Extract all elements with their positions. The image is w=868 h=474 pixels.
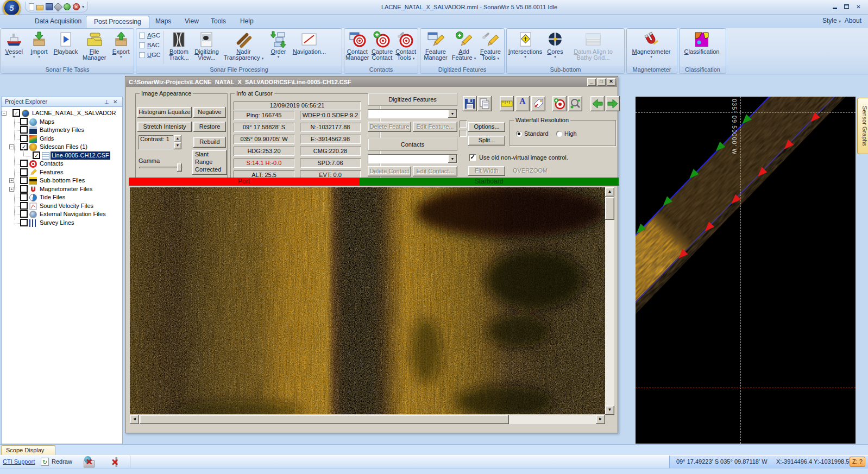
- collapse-icon[interactable]: −: [2, 111, 7, 116]
- options-button[interactable]: Options...: [468, 122, 505, 132]
- tree-checkbox[interactable]: [20, 160, 28, 167]
- contacts-combo[interactable]: ▼: [368, 154, 457, 163]
- ribbon-button-feature-manager[interactable]: Feature Manager: [421, 30, 450, 65]
- tree-checkbox[interactable]: [20, 135, 28, 142]
- standard-radio[interactable]: [516, 131, 522, 137]
- annotate-button[interactable]: A: [515, 96, 530, 111]
- fit-width-button[interactable]: Fit Width: [468, 166, 505, 176]
- ribbon-button-file-manager[interactable]: File Manager: [80, 30, 109, 65]
- waterfall-hscrollbar[interactable]: ◄ ►: [130, 415, 605, 424]
- waterfall-vscrollbar[interactable]: ▲ ▼: [605, 187, 614, 415]
- delete-contact-button[interactable]: Delete Contact: [368, 166, 411, 176]
- tree-item-survey-lines[interactable]: Survey Lines: [2, 219, 122, 227]
- tree-checkbox[interactable]: [20, 219, 28, 226]
- doc-close-button[interactable]: ✕: [607, 78, 615, 86]
- feature-mini-box-1[interactable]: [460, 121, 467, 128]
- copy-button[interactable]: [477, 96, 492, 111]
- feature-mini-box-2[interactable]: [460, 130, 467, 137]
- rebuild-button[interactable]: Rebuild: [193, 137, 226, 148]
- ribbon-button-export[interactable]: Export▾: [109, 30, 133, 65]
- ribbon-button-contact-tools[interactable]: Contact Tools ▾: [394, 30, 417, 65]
- scroll-up-button[interactable]: ▲: [605, 187, 614, 197]
- sonar-file-window[interactable]: C:\SonarWiz-Projects\LACNE_NATAL_X_SALVA…: [125, 76, 618, 433]
- scroll-down-button[interactable]: ▼: [605, 406, 614, 415]
- panel-close-icon[interactable]: ✕: [113, 99, 119, 105]
- pin-icon[interactable]: ⊥: [104, 99, 110, 105]
- contrast-down-button[interactable]: ▼: [174, 142, 181, 149]
- sensor-graphs-tab[interactable]: Sensor Graphs: [857, 98, 868, 154]
- tree-item-contacts[interactable]: Contacts: [2, 160, 122, 168]
- histogram-equalize-button[interactable]: Histogram Equalize: [137, 107, 192, 118]
- measure-button[interactable]: [500, 96, 514, 111]
- stretch-intensity-button[interactable]: Stretch Intenisty: [137, 122, 192, 132]
- tree-checkbox[interactable]: [20, 185, 28, 193]
- tree-item-line-csf[interactable]: Line-0005-CH12.CSF: [2, 151, 122, 160]
- contrast-field[interactable]: Contrast: 1: [139, 135, 173, 149]
- ribbon-button-order[interactable]: Order▾: [266, 30, 290, 65]
- ribbon-button-contact-manager[interactable]: Contact Manager: [345, 30, 370, 65]
- minimize-button[interactable]: [831, 3, 839, 10]
- ribbon-button-navigation[interactable]: Navigation...: [290, 30, 328, 65]
- z-button[interactable]: Z: ?: [850, 457, 865, 467]
- restore-button[interactable]: Restore: [193, 122, 226, 132]
- tree-checkbox[interactable]: [20, 202, 28, 210]
- digitized-features-combo[interactable]: ▼: [368, 109, 457, 118]
- save-image-button[interactable]: [463, 96, 477, 111]
- ugc-checkbox[interactable]: UGC: [139, 52, 160, 58]
- contrast-up-button[interactable]: ▲: [174, 135, 181, 142]
- next-file-button[interactable]: [606, 96, 620, 111]
- tag-button[interactable]: [531, 96, 545, 111]
- tree-item-tide[interactable]: Tide Files: [2, 193, 122, 202]
- slant-range-button[interactable]: Slant Range Corrected: [192, 150, 227, 175]
- expand-icon[interactable]: +: [9, 178, 14, 183]
- edit-contact-button[interactable]: Edit Contact...: [413, 166, 457, 176]
- tab-view[interactable]: View: [177, 16, 206, 28]
- tree-checkbox[interactable]: [20, 126, 28, 134]
- scroll-right-button[interactable]: ►: [596, 415, 605, 424]
- tree-item-grids[interactable]: Grids: [2, 135, 122, 143]
- agc-checkbox[interactable]: AGC: [139, 32, 160, 39]
- ribbon-button-import[interactable]: Import▾: [27, 30, 52, 65]
- tree-item-sub-bottom[interactable]: + Sub-bottom Files: [2, 176, 122, 185]
- ribbon-button-vessel[interactable]: Vessel▾: [2, 30, 27, 65]
- tree-checkbox[interactable]: [20, 118, 28, 125]
- tab-maps[interactable]: Maps: [148, 16, 179, 28]
- gamma-slider-thumb[interactable]: [177, 163, 182, 172]
- vscroll-thumb[interactable]: [605, 197, 614, 220]
- capture-target-button[interactable]: [552, 96, 567, 111]
- ribbon-button-feature-tools[interactable]: Feature Tools ▾: [477, 30, 504, 65]
- tree-checkbox[interactable]: [12, 109, 20, 117]
- tab-post-processing[interactable]: Post Processing: [86, 16, 149, 28]
- close-button[interactable]: ✕: [854, 3, 863, 10]
- edit-feature-button[interactable]: Edit Feature...: [413, 122, 457, 132]
- map-view[interactable]: 035° 09.50000' W: [636, 97, 856, 444]
- ribbon-button-digitizing-view[interactable]: Digitizing View...: [192, 30, 221, 65]
- tab-help[interactable]: Help: [232, 16, 261, 28]
- ribbon-button-add-feature[interactable]: Add Feature ▾: [450, 30, 477, 65]
- previous-file-button[interactable]: [590, 96, 605, 111]
- doc-minimize-button[interactable]: _: [587, 78, 596, 86]
- split-button[interactable]: Split...: [468, 136, 505, 146]
- hscroll-thumb[interactable]: [140, 415, 509, 424]
- tree-checkbox[interactable]: [20, 168, 28, 176]
- delete-feature-button[interactable]: Delete Feature: [368, 122, 411, 132]
- tree-checkbox[interactable]: [20, 143, 28, 150]
- ribbon-button-magnetometer[interactable]: Magnetometer▾: [627, 30, 675, 65]
- tab-tools[interactable]: Tools: [203, 16, 234, 28]
- ribbon-button-playback[interactable]: Playback: [52, 30, 80, 65]
- collapse-icon[interactable]: −: [9, 144, 14, 149]
- gamma-slider-track[interactable]: [139, 167, 183, 168]
- tree-item-sound-velocity[interactable]: Sound Velocity Files: [2, 202, 122, 211]
- tree-item-sidescan[interactable]: − Sidescan Files (1): [2, 143, 122, 151]
- bac-checkbox[interactable]: BAC: [139, 42, 160, 48]
- ribbon-button-nadir-transparency[interactable]: Nadir Transparency ▾: [221, 30, 266, 65]
- ribbon-button-datum-align[interactable]: Datum Align to Bathy Grid...: [567, 30, 619, 65]
- tree-checkbox[interactable]: [20, 193, 28, 201]
- about-menu[interactable]: About: [845, 17, 861, 24]
- doc-window-titlebar[interactable]: C:\SonarWiz-Projects\LACNE_NATAL_X_SALVA…: [126, 77, 617, 87]
- ribbon-button-bottom-track[interactable]: Bottom Track...: [165, 30, 192, 65]
- style-menu[interactable]: Style: [822, 17, 837, 24]
- tree-item-bathymetry[interactable]: Bathymetry Files: [2, 126, 122, 135]
- negative-button[interactable]: Negative: [193, 107, 226, 118]
- tree-item-magnetometer[interactable]: + Magnetometer Files: [2, 185, 122, 194]
